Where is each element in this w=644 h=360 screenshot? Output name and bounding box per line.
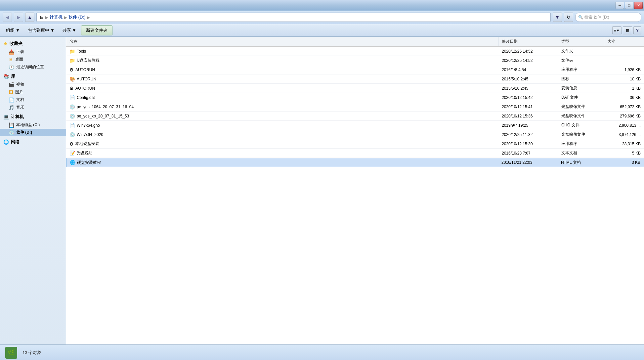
- sidebar-item-music[interactable]: 🎵 音乐: [0, 104, 66, 111]
- sidebar-item-software-d[interactable]: 💿 软件 (D:): [0, 129, 66, 136]
- table-row[interactable]: ⚙本地硬盘安装2020/10/12 15:30应用程序28,315 KB: [66, 139, 644, 149]
- network-label: 网络: [11, 139, 20, 145]
- table-row[interactable]: 💿pe_yqs_xp_20_07_31_15_532020/10/12 15:3…: [66, 112, 644, 121]
- file-icon: ⚙: [69, 86, 74, 91]
- include-library-menu[interactable]: 包含到库中 ▼: [24, 26, 58, 35]
- file-icon: ⚙: [69, 67, 74, 72]
- col-name[interactable]: 名称: [66, 37, 498, 46]
- picture-label: 图片: [15, 89, 23, 95]
- file-type-cell: 图标: [558, 76, 604, 82]
- computer-label: 计算机: [11, 114, 24, 120]
- network-header[interactable]: 🌐 网络: [0, 138, 66, 146]
- sidebar-item-doc[interactable]: 📄 文档: [0, 96, 66, 104]
- address-dropdown-button[interactable]: ▼: [553, 13, 562, 22]
- forward-button[interactable]: ▶: [14, 13, 23, 22]
- logo-icon: 🌿: [8, 349, 15, 356]
- file-size-cell: 2,900,813 ...: [604, 123, 644, 128]
- file-modified-cell: 2020/12/25 14:52: [498, 58, 558, 63]
- table-row[interactable]: 📁Tools2020/12/25 14:52文件夹: [66, 47, 644, 56]
- drive-c-icon: 💾: [9, 122, 14, 128]
- close-button[interactable]: ✕: [634, 2, 643, 9]
- view-dropdown-button[interactable]: ≡▼: [612, 26, 622, 34]
- sidebar: ★ 收藏夹 📥 下载 🖥 桌面 🕐 最近访问的位置 📚 库 🎬: [0, 37, 66, 344]
- doc-icon: 📄: [9, 97, 14, 103]
- new-folder-button[interactable]: 新建文件夹: [81, 25, 112, 35]
- status-bar: 🌿 13 个对象: [0, 344, 644, 360]
- breadcrumb-computer[interactable]: 计算机: [50, 14, 63, 20]
- up-button[interactable]: ▲: [25, 13, 34, 22]
- breadcrumb-drive[interactable]: 软件 (D:): [68, 14, 85, 20]
- file-size-cell: 652,072 KB: [604, 105, 644, 109]
- view-controls: ≡▼ ▦ ?: [612, 26, 641, 34]
- file-modified-cell: 2016/1/8 4:54: [498, 68, 558, 72]
- col-size[interactable]: 大小: [604, 37, 644, 46]
- file-size-cell: 1,926 KB: [604, 68, 644, 72]
- file-name: AUTORUN: [75, 68, 95, 72]
- file-name: U盘安装教程: [77, 58, 100, 63]
- maximize-button[interactable]: □: [625, 2, 633, 9]
- sidebar-item-picture[interactable]: 🖼 图片: [0, 88, 66, 96]
- network-section: 🌐 网络: [0, 138, 66, 146]
- file-icon: 💿: [69, 113, 75, 119]
- table-row[interactable]: 💿pe_yqs_1064_20_07_31_16_042020/10/12 15…: [66, 102, 644, 112]
- file-name-cell: 🌐硬盘安装教程: [66, 160, 498, 165]
- table-row[interactable]: 📝光盘说明2016/10/23 7:07文本文档5 KB: [66, 149, 644, 158]
- sidebar-item-video[interactable]: 🎬 视频: [0, 81, 66, 88]
- table-row[interactable]: 🎨AUTORUN2015/5/10 2:45图标10 KB: [66, 74, 644, 84]
- file-type-cell: 光盘映像文件: [558, 104, 604, 110]
- music-label: 音乐: [16, 105, 24, 110]
- file-name-cell: 📝光盘说明: [66, 150, 498, 156]
- back-button[interactable]: ◀: [3, 13, 12, 22]
- file-icon: ⚙: [69, 141, 74, 147]
- table-row[interactable]: 📄Config.dat2020/10/12 15:42DAT 文件36 KB: [66, 93, 644, 102]
- download-icon: 📥: [9, 49, 14, 55]
- file-type-cell: 文件夹: [558, 48, 604, 54]
- minimize-button[interactable]: ─: [616, 2, 624, 9]
- table-row[interactable]: 📄Win7x64.gho2019/9/7 19:25GHO 文件2,900,81…: [66, 121, 644, 130]
- computer-icon: 💻: [3, 114, 9, 119]
- title-bar-buttons: ─ □ ✕: [616, 2, 643, 9]
- file-name: Tools: [77, 49, 86, 54]
- table-row[interactable]: 📁U盘安装教程2020/12/25 14:52文件夹: [66, 56, 644, 65]
- col-type[interactable]: 类型: [558, 37, 604, 46]
- file-type-cell: 安装信息: [558, 85, 604, 91]
- preview-button[interactable]: ▦: [623, 26, 632, 34]
- file-type-cell: GHO 文件: [558, 122, 604, 128]
- sidebar-item-recent[interactable]: 🕐 最近访问的位置: [0, 63, 66, 71]
- refresh-button[interactable]: ↻: [564, 13, 573, 22]
- library-header[interactable]: 📚 库: [0, 72, 66, 81]
- file-modified-cell: 2020/12/25 14:52: [498, 49, 558, 54]
- file-modified-cell: 2015/5/10 2:45: [498, 86, 558, 91]
- file-name-cell: 💿pe_yqs_xp_20_07_31_15_53: [66, 113, 498, 119]
- file-icon: 📁: [69, 49, 75, 54]
- sidebar-item-download[interactable]: 📥 下载: [0, 48, 66, 56]
- search-bar[interactable]: 🔍 搜索 软件 (D:): [575, 13, 641, 22]
- file-name: 硬盘安装教程: [77, 160, 101, 165]
- favorites-header[interactable]: ★ 收藏夹: [0, 39, 66, 48]
- file-icon: 💿: [69, 132, 75, 137]
- file-name-cell: 📁U盘安装教程: [66, 58, 498, 63]
- help-button[interactable]: ?: [633, 26, 641, 34]
- download-label: 下载: [16, 49, 24, 55]
- col-modified[interactable]: 修改日期: [498, 37, 558, 46]
- table-row[interactable]: ⚙AUTORUN2016/1/8 4:54应用程序1,926 KB: [66, 65, 644, 74]
- file-name-cell: ⚙AUTORUN: [66, 86, 498, 91]
- table-row[interactable]: 💿Win7x64_20202020/12/25 11:32光盘映像文件3,874…: [66, 130, 644, 139]
- organize-label: 组织: [6, 27, 15, 33]
- file-icon: 🎨: [69, 76, 75, 82]
- network-icon: 🌐: [3, 139, 9, 145]
- library-icon: 📚: [3, 74, 9, 79]
- sidebar-item-desktop[interactable]: 🖥 桌面: [0, 56, 66, 63]
- share-menu[interactable]: 共享 ▼: [59, 26, 80, 35]
- computer-header[interactable]: 💻 计算机: [0, 112, 66, 121]
- file-type-cell: 应用程序: [558, 67, 604, 72]
- table-row[interactable]: ⚙AUTORUN2015/5/10 2:45安装信息1 KB: [66, 84, 644, 93]
- file-icon: 📁: [69, 58, 75, 63]
- sidebar-item-local-c[interactable]: 💾 本地磁盘 (C:): [0, 121, 66, 129]
- file-name-cell: ⚙本地硬盘安装: [66, 141, 498, 147]
- organize-menu[interactable]: 组织 ▼: [3, 26, 23, 35]
- table-row[interactable]: 🌐硬盘安装教程2016/11/21 22:03HTML 文档3 KB: [66, 158, 644, 167]
- file-list-container: 名称 修改日期 类型 大小 📁Tools2020/12/25 14:52文件夹📁…: [66, 37, 644, 344]
- doc-label: 文档: [16, 97, 24, 103]
- file-list: 📁Tools2020/12/25 14:52文件夹📁U盘安装教程2020/12/…: [66, 47, 644, 344]
